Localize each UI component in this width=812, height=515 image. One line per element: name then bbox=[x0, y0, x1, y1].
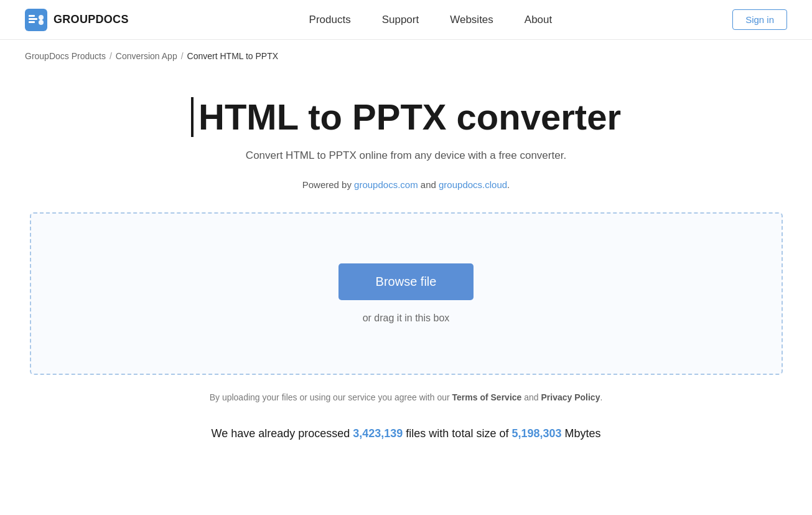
stats-middle: files with total size of bbox=[403, 427, 511, 440]
main-nav: Products Support Websites About bbox=[309, 14, 553, 26]
nav-about[interactable]: About bbox=[525, 14, 552, 26]
breadcrumb-root[interactable]: GroupDocs Products bbox=[25, 51, 106, 61]
logo-text: GROUPDOCS bbox=[54, 13, 129, 26]
logo-icon bbox=[25, 9, 47, 31]
privacy-policy-link[interactable]: Privacy Policy bbox=[541, 392, 600, 402]
powered-middle: and bbox=[418, 179, 439, 190]
stats-files-count: 3,423,139 bbox=[353, 427, 403, 440]
nav-websites[interactable]: Websites bbox=[450, 14, 493, 26]
terms-prefix: By uploading your files or using our ser… bbox=[210, 392, 452, 402]
upload-dropzone[interactable]: Browse file or drag it in this box bbox=[30, 212, 783, 375]
terms-suffix: . bbox=[600, 392, 602, 402]
breadcrumb-app[interactable]: Conversion App bbox=[116, 51, 177, 61]
breadcrumb-sep2: / bbox=[181, 51, 184, 61]
page-title: HTML to PPTX converter bbox=[191, 97, 621, 137]
terms-of-service-link[interactable]: Terms of Service bbox=[452, 392, 522, 402]
breadcrumb: GroupDocs Products / Conversion App / Co… bbox=[0, 40, 812, 72]
svg-rect-1 bbox=[29, 15, 35, 17]
powered-by: Powered by groupdocs.com and groupdocs.c… bbox=[302, 179, 510, 190]
breadcrumb-sep1: / bbox=[110, 51, 112, 61]
drag-hint: or drag it in this box bbox=[363, 313, 450, 324]
groupdocs-cloud-link[interactable]: groupdocs.cloud bbox=[439, 179, 507, 190]
nav-support[interactable]: Support bbox=[382, 14, 419, 26]
hero-subtitle: Convert HTML to PPTX online from any dev… bbox=[246, 149, 566, 162]
nav-products[interactable]: Products bbox=[309, 14, 351, 26]
site-header: GROUPDOCS Products Support Websites Abou… bbox=[0, 0, 812, 40]
svg-rect-3 bbox=[29, 21, 35, 23]
main-content: HTML to PPTX converter Convert HTML to P… bbox=[0, 72, 812, 478]
logo-link[interactable]: GROUPDOCS bbox=[25, 9, 129, 31]
breadcrumb-current: Convert HTML to PPTX bbox=[187, 51, 279, 61]
powered-suffix: . bbox=[507, 179, 510, 190]
svg-rect-2 bbox=[29, 18, 37, 20]
signin-button[interactable]: Sign in bbox=[732, 9, 787, 30]
stats-prefix: We have already processed bbox=[211, 427, 353, 440]
stats-suffix: Mbytes bbox=[562, 427, 601, 440]
browse-file-button[interactable]: Browse file bbox=[338, 263, 474, 300]
stats-size-count: 5,198,303 bbox=[511, 427, 561, 440]
terms-notice: By uploading your files or using our ser… bbox=[210, 392, 603, 402]
stats-line: We have already processed 3,423,139 file… bbox=[211, 427, 600, 440]
terms-middle: and bbox=[521, 392, 541, 402]
groupdocs-com-link[interactable]: groupdocs.com bbox=[354, 179, 418, 190]
powered-prefix: Powered by bbox=[302, 179, 354, 190]
